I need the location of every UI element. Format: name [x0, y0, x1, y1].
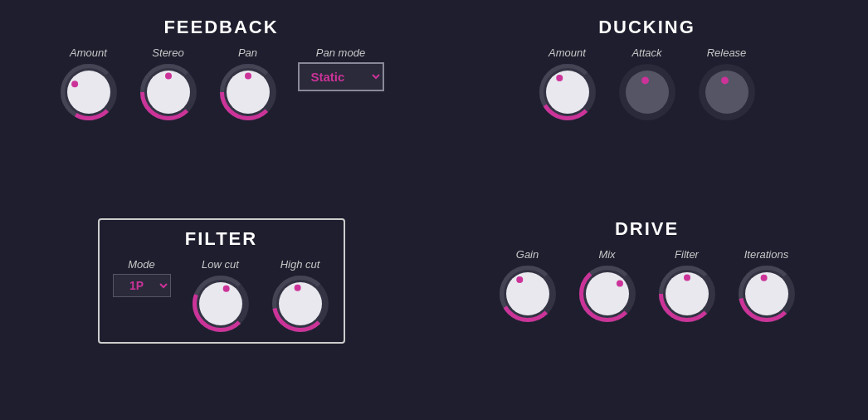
drive-filter-label: Filter [675, 248, 699, 261]
feedback-panmode-group: Pan mode Static Random LFO [298, 46, 384, 91]
drive-gain-knob[interactable] [498, 264, 558, 324]
ducking-attack-knob[interactable] [617, 62, 677, 122]
drive-title: DRIVE [615, 218, 679, 240]
drive-panel: DRIVE Gain Mix Filter Iterations [434, 210, 860, 412]
feedback-pan-label: Pan [238, 46, 257, 59]
filter-mode-dropdown[interactable]: 1P 2P 4P [113, 274, 171, 297]
drive-iterations-label: Iterations [744, 248, 788, 261]
feedback-title: FEEDBACK [163, 17, 278, 38]
filter-lowcut-label: Low cut [202, 258, 239, 271]
drive-iterations-knob[interactable] [737, 264, 797, 324]
main-container: FEEDBACK Amount Stereo Pan Pan mode Stat [0, 0, 868, 420]
filter-highcut-knob[interactable] [271, 274, 330, 334]
ducking-knobs-row: Amount Attack Release [538, 46, 757, 122]
pan-mode-dropdown[interactable]: Static Random LFO [298, 62, 384, 91]
filter-mode-label: Mode [128, 258, 155, 271]
feedback-amount-knob[interactable] [59, 62, 119, 122]
filter-highcut-label: High cut [280, 258, 320, 271]
drive-mix-knob[interactable] [578, 264, 637, 324]
ducking-release-group: Release [697, 46, 757, 122]
drive-filter-knob[interactable] [657, 264, 717, 324]
ducking-release-label: Release [707, 46, 747, 59]
feedback-panmode-label: Pan mode [316, 46, 365, 59]
filter-lowcut-group: Low cut [191, 258, 251, 334]
drive-filter-group: Filter [657, 248, 717, 324]
ducking-amount-knob[interactable] [538, 62, 597, 122]
filter-mode-group: Mode 1P 2P 4P [113, 258, 171, 297]
feedback-pan-group: Pan [218, 46, 278, 122]
ducking-title: DUCKING [598, 17, 695, 38]
filter-title: FILTER [185, 228, 257, 250]
filter-knobs-row: Mode 1P 2P 4P Low cut High cut [113, 258, 330, 334]
feedback-pan-knob[interactable] [218, 62, 278, 122]
feedback-panel: FEEDBACK Amount Stereo Pan Pan mode Stat [8, 8, 434, 210]
filter-highcut-group: High cut [271, 258, 330, 334]
ducking-amount-label: Amount [549, 46, 586, 59]
drive-iterations-group: Iterations [737, 248, 797, 324]
feedback-amount-label: Amount [70, 46, 107, 59]
drive-mix-group: Mix [578, 248, 637, 324]
feedback-stereo-label: Stereo [152, 46, 183, 59]
feedback-stereo-knob[interactable] [139, 62, 198, 122]
ducking-release-knob[interactable] [697, 62, 757, 122]
drive-gain-label: Gain [516, 248, 539, 261]
filter-bordered-panel: FILTER Mode 1P 2P 4P Low cut [98, 218, 345, 344]
feedback-stereo-group: Stereo [139, 46, 198, 122]
ducking-attack-group: Attack [617, 46, 677, 122]
feedback-amount-group: Amount [59, 46, 119, 122]
drive-knobs-row: Gain Mix Filter Iterations [498, 248, 797, 324]
drive-gain-group: Gain [498, 248, 558, 324]
drive-mix-label: Mix [598, 248, 615, 261]
ducking-attack-label: Attack [631, 46, 661, 59]
ducking-panel: DUCKING Amount Attack Release [434, 8, 860, 210]
filter-lowcut-knob[interactable] [191, 274, 251, 334]
feedback-knobs-row: Amount Stereo Pan Pan mode Static Random… [59, 46, 384, 122]
filter-panel: FILTER Mode 1P 2P 4P Low cut [8, 210, 434, 412]
ducking-amount-group: Amount [538, 46, 597, 122]
